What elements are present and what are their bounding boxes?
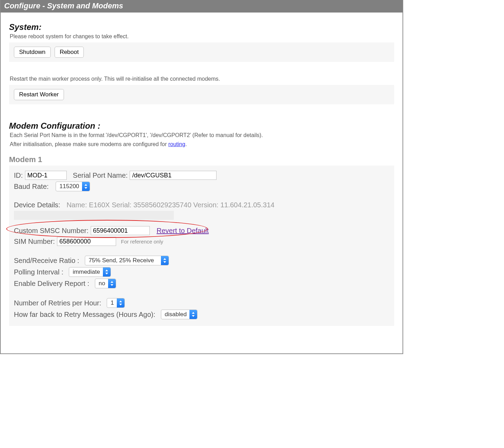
select-arrows-icon <box>108 279 116 288</box>
device-details-label: Device Details: <box>14 201 60 209</box>
baud-select[interactable]: 115200 <box>56 182 90 191</box>
select-arrows-icon <box>189 310 197 319</box>
serial-port-input[interactable] <box>130 171 217 180</box>
select-arrows-icon <box>82 182 90 191</box>
routing-link[interactable]: routing <box>168 141 185 147</box>
row-baud: Baud Rate: 115200 <box>14 182 389 191</box>
row-ratio: Send/Receive Ratio : 75% Send, 25% Recei… <box>14 256 389 265</box>
delivery-label: Enable Delivery Report : <box>14 280 89 288</box>
revert-default-link[interactable]: Revert to Default <box>157 227 209 235</box>
device-details-value: Name: E160X Serial: 355856029235740 Vers… <box>66 201 274 209</box>
delivery-select[interactable]: no <box>95 279 116 288</box>
shutdown-button[interactable]: Shutdown <box>14 47 51 58</box>
ratio-label: Send/Receive Ratio : <box>14 257 79 265</box>
modem-config-heading: Modem Configuration : <box>9 121 394 131</box>
sim-input[interactable] <box>57 237 116 246</box>
modem-config-note2: After initialisation, please make sure m… <box>10 141 394 147</box>
modem1-panel: ID: Serial Port Name: Baud Rate: 115200 <box>9 166 394 326</box>
row-device-details: Device Details: Name: E160X Serial: 3558… <box>14 201 389 209</box>
serial-port-label: Serial Port Name: <box>73 171 128 179</box>
row-delivery: Enable Delivery Report : no <box>14 279 389 288</box>
select-arrows-icon <box>161 256 169 265</box>
retry-back-label: How far back to Retry Messages (Hours Ag… <box>14 311 155 319</box>
restart-worker-button[interactable]: Restart Worker <box>14 89 64 100</box>
id-label: ID: <box>14 171 23 179</box>
select-arrows-icon <box>117 298 124 307</box>
content-area: System: Please reboot system for changes… <box>1 13 403 329</box>
system-worker-panel: Restart Worker <box>9 85 394 104</box>
reboot-button[interactable]: Reboot <box>55 47 84 58</box>
retry-back-select[interactable]: disabled <box>161 310 197 319</box>
modem-config-note1: Each Serial Port Name is in the format '… <box>10 132 394 138</box>
row-retry-back: How far back to Retry Messages (Hours Ag… <box>14 310 389 319</box>
polling-label: Polling Interval : <box>14 268 63 276</box>
ratio-select-value: 75% Send, 25% Receive <box>85 256 169 265</box>
smsc-label: Custom SMSC Number: <box>14 227 89 235</box>
row-sim: SIM Number: For reference only <box>14 237 389 246</box>
polling-select[interactable]: immediate <box>69 267 111 277</box>
modem-config-note2a: After initialisation, please make sure m… <box>10 141 168 147</box>
sim-label: SIM Number: <box>14 238 55 246</box>
system-power-panel: Shutdown Reboot <box>9 42 394 62</box>
system-note-reboot: Please reboot system for changes to take… <box>10 33 394 40</box>
row-retries: Number of Retries per Hour: 1 <box>14 298 389 308</box>
sim-note: For reference only <box>121 239 163 245</box>
row-id-serial: ID: Serial Port Name: <box>14 171 389 180</box>
row-smsc: Custom SMSC Number: Revert to Default <box>14 226 389 235</box>
id-input[interactable] <box>25 171 67 180</box>
baud-label: Baud Rate: <box>14 183 49 191</box>
retries-select[interactable]: 1 <box>107 298 124 308</box>
retries-label: Number of Retries per Hour: <box>14 299 101 307</box>
window-title: Configure - System and Modems <box>1 0 403 13</box>
system-note-restart-worker: Restart the main worker process only. Th… <box>10 76 394 82</box>
ratio-select[interactable]: 75% Send, 25% Receive <box>85 256 169 265</box>
device-details-bar <box>14 211 174 220</box>
modem1-heading: Modem 1 <box>9 155 394 164</box>
modem-config-note2b: . <box>185 141 187 147</box>
row-polling: Polling Interval : immediate <box>14 267 389 277</box>
select-arrows-icon <box>103 267 111 277</box>
system-heading: System: <box>9 22 394 32</box>
config-window: Configure - System and Modems System: Pl… <box>0 0 403 354</box>
smsc-input[interactable] <box>91 226 150 235</box>
